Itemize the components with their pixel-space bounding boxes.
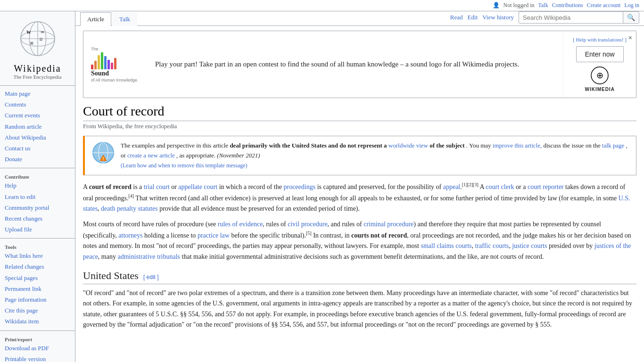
svg-text:維: 維	[30, 41, 33, 45]
sidebar-item-main-page[interactable]: Main page	[0, 89, 75, 99]
search-form: 🔍	[519, 11, 639, 24]
justice-courts-link[interactable]: justice courts	[512, 242, 547, 249]
traffic-courts-link[interactable]: traffic courts	[475, 242, 509, 249]
talk-link[interactable]: Talk	[538, 2, 548, 9]
death-penalty-link[interactable]: death penalty statutes	[101, 205, 158, 212]
trial-court-link[interactable]: trial court	[144, 183, 170, 190]
svg-text:W: W	[26, 30, 31, 35]
practice-law-link[interactable]: practice law	[198, 232, 230, 239]
tab-talk[interactable]: Talk	[112, 12, 137, 26]
sidebar-item-current-events[interactable]: Current events	[0, 110, 75, 121]
contribute-section: Help Learn to edit Community portal Rece…	[0, 181, 75, 235]
sidebar-item-special-pages[interactable]: Special pages	[0, 273, 75, 284]
warning-text: The examples and perspective in this art…	[121, 141, 629, 170]
tools-title: Tools	[0, 241, 75, 251]
attorneys-link[interactable]: attorneys	[118, 232, 142, 239]
svg-text:!: !	[102, 156, 104, 161]
sidebar-item-about[interactable]: About Wikipedia	[0, 132, 75, 143]
sidebar-item-wikidata[interactable]: Wikidata item	[0, 316, 75, 327]
talk-page-link[interactable]: talk page	[602, 142, 624, 149]
tab-article[interactable]: Article	[80, 12, 111, 26]
globe-icon: W Ω 維 ик	[19, 20, 57, 58]
warning-italic: (November 2021)	[217, 152, 260, 159]
us-heading-text: United States	[83, 270, 139, 282]
sidebar-item-page-info[interactable]: Page information	[0, 295, 75, 305]
warning-icon: !	[91, 141, 115, 167]
tools-section: What links here Related changes Special …	[0, 251, 75, 327]
contributions-link[interactable]: Contributions	[552, 2, 583, 9]
tab-edit[interactable]: Edit	[468, 14, 478, 21]
wiki-wordmark: Wikipedia	[0, 63, 75, 74]
sidebar-item-recent-changes[interactable]: Recent changes	[0, 214, 75, 224]
sidebar-item-what-links[interactable]: What links here	[0, 251, 75, 262]
create-account-link[interactable]: Create account	[587, 2, 621, 9]
article-content: Court of record From Wikipedia, the free…	[75, 101, 644, 362]
sidebar-item-printable[interactable]: Printable version	[0, 354, 75, 362]
sidebar-item-contents[interactable]: Contents	[0, 99, 75, 110]
wikipedia-logo: W Ω 維 ик	[0, 15, 75, 63]
admin-tribunals-link[interactable]: administrative tribunals	[117, 253, 180, 260]
help-translations-link[interactable]: [ Help with translations! ]	[573, 37, 627, 42]
tab-view-history[interactable]: View history	[482, 14, 514, 21]
banner-logo: The Sound of All Human Knowled	[91, 47, 148, 82]
sidebar-item-learn-edit[interactable]: Learn to edit	[0, 192, 75, 203]
learn-template-link[interactable]: (Learn how and when to remove this templ…	[121, 162, 248, 169]
sidebar-item-permanent-link[interactable]: Permanent link	[0, 284, 75, 295]
worldwide-view-link[interactable]: worldwide view	[388, 142, 428, 149]
warning-after: . You may	[466, 142, 493, 149]
article-para-1: A court of record is a trial court or ap…	[83, 181, 636, 214]
sidebar: W Ω 維 ик Wikipedia The Free Encyclopedia…	[0, 11, 75, 362]
print-section: Download as PDF Printable version	[0, 343, 75, 362]
sidebar-item-donate[interactable]: Donate	[0, 154, 75, 165]
new-article-link[interactable]: create a new article	[127, 152, 175, 159]
search-input[interactable]	[519, 12, 623, 23]
banner-text: Play your part! Take part in an open con…	[155, 60, 555, 68]
contribute-title: Contribute	[0, 171, 75, 181]
svg-text:Ω: Ω	[40, 37, 42, 41]
appellate-court-link[interactable]: appellate court	[178, 183, 217, 190]
warning-bold: deal primarily with the United States an…	[230, 142, 388, 149]
top-bar: 👤 Not logged in Talk Contributions Creat…	[0, 0, 644, 11]
search-button[interactable]: 🔍	[623, 12, 639, 23]
sidebar-item-download-pdf[interactable]: Download as PDF	[0, 343, 75, 354]
rules-evidence-link[interactable]: rules of evidence	[218, 221, 263, 228]
warning-text-before: The examples and perspective in this art…	[121, 142, 230, 149]
sidebar-item-contact[interactable]: Contact us	[0, 143, 75, 154]
us-states-link[interactable]: U.S. states	[83, 195, 630, 212]
article-title: Court of record	[83, 104, 636, 121]
warning-text2: discuss the issue on the	[543, 142, 602, 149]
civil-procedure-link[interactable]: civil procedure	[288, 221, 327, 228]
banner-close-button[interactable]: ×	[628, 34, 632, 41]
print-title: Print/export	[0, 334, 75, 343]
warning-bold2: of the subject	[429, 142, 464, 149]
sidebar-item-help[interactable]: Help	[0, 181, 75, 191]
sidebar-item-upload[interactable]: Upload file	[0, 224, 75, 235]
article-tabs: Article Talk Read Edit View history 🔍	[75, 11, 644, 26]
wikimedia-icon: ⊕	[590, 66, 609, 85]
court-reporter-link[interactable]: court reporter	[528, 183, 564, 190]
wiki-tagline: The Free Encyclopedia	[0, 74, 75, 80]
court-clerk-link[interactable]: court clerk	[486, 183, 514, 190]
nav-section: Main page Contents Current events Random…	[0, 89, 75, 165]
enter-now-button[interactable]: Enter now	[576, 46, 624, 62]
us-section-edit-link[interactable]: [ edit ]	[143, 274, 159, 280]
sidebar-item-cite[interactable]: Cite this page	[0, 305, 75, 316]
wikimedia-logo-area: ⊕ WIKIMEDIA	[585, 66, 614, 92]
proceedings-link[interactable]: proceedings	[283, 183, 315, 190]
banner-right: [ Help with translations! ] Enter now ⊕ …	[563, 31, 636, 98]
small-claims-link[interactable]: small claims courts	[421, 242, 471, 249]
tab-read[interactable]: Read	[450, 14, 463, 21]
svg-text:ик: ик	[41, 30, 44, 34]
sidebar-item-related-changes[interactable]: Related changes	[0, 262, 75, 272]
appeal-link[interactable]: appeal	[443, 183, 461, 190]
wikimedia-label: WIKIMEDIA	[585, 87, 614, 92]
warning-text4: , as appropriate.	[176, 152, 217, 159]
us-section-para: "Of record" and "not of record" are two …	[83, 288, 636, 330]
user-icon: 👤	[493, 2, 500, 9]
sidebar-item-community[interactable]: Community portal	[0, 203, 75, 214]
banner: The Sound of All Human Knowled	[83, 31, 636, 98]
criminal-procedure-link[interactable]: criminal procedure	[363, 221, 413, 228]
sidebar-item-random-article[interactable]: Random article	[0, 122, 75, 132]
improve-article-link[interactable]: improve this article,	[493, 142, 542, 149]
log-in-link[interactable]: Log in	[624, 2, 639, 9]
